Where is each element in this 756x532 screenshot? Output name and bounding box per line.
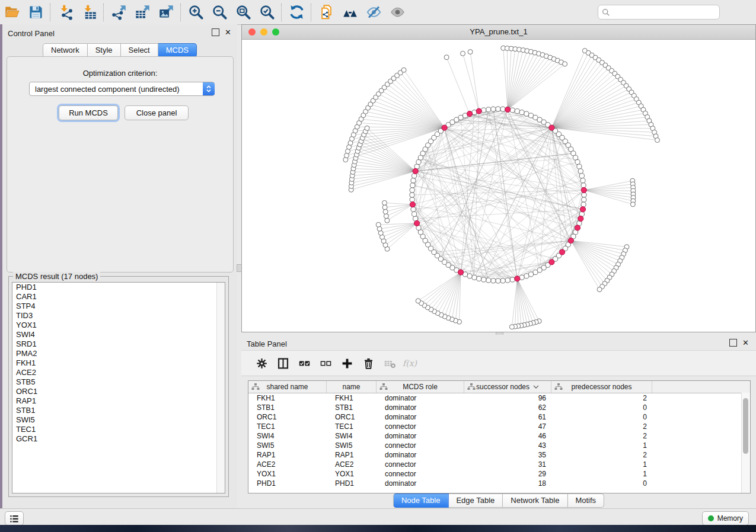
show-all-icon[interactable] <box>385 2 409 23</box>
mcds-result-item[interactable]: SRD1 <box>12 339 225 349</box>
column-header-shared-name[interactable]: shared name <box>248 381 327 393</box>
column-type-icon <box>379 383 388 390</box>
delete-table-icon <box>379 354 400 373</box>
mcds-result-list[interactable]: PHD1CAR1STP4TID3YOX1SWI4SRD1PMA2FKH1ACE2… <box>12 282 225 493</box>
table-cell: SWI4 <box>248 431 327 441</box>
table-cell: ORC1 <box>248 412 327 422</box>
table-cell: ORC1 <box>327 412 377 422</box>
table-row[interactable]: ORC1ORC1dominator610 <box>248 412 750 422</box>
table-row[interactable]: ACE2ACE2connector311 <box>248 460 750 469</box>
select-all-icon[interactable] <box>294 354 315 373</box>
table-row[interactable]: SWI4SWI4dominator462 <box>248 431 750 441</box>
tab-node-table[interactable]: Node Table <box>393 493 449 508</box>
table-row[interactable]: YOX1YOX1connector291 <box>248 469 750 479</box>
table-row[interactable]: PHD1PHD1dominator180 <box>248 479 750 488</box>
import-network-icon[interactable] <box>53 2 77 23</box>
tab-mcds[interactable]: MCDS <box>158 43 197 57</box>
mcds-result-item[interactable]: ORC1 <box>12 387 225 396</box>
export-image-icon[interactable] <box>154 2 178 23</box>
control-panel-title: Control Panel <box>8 29 55 38</box>
mcds-result-item[interactable]: TID3 <box>12 311 225 321</box>
mcds-result-item[interactable]: STB1 <box>12 406 225 415</box>
close-panel-icon[interactable]: ✕ <box>225 29 231 36</box>
network-graph[interactable] <box>242 40 755 332</box>
zoom-in-icon[interactable] <box>184 2 208 23</box>
network-window-titlebar[interactable]: YPA_prune.txt_1 <box>242 25 755 40</box>
table-cell: TEC1 <box>327 422 377 431</box>
table-cell: SWI5 <box>248 441 327 450</box>
close-panel-icon[interactable]: ✕ <box>742 339 749 346</box>
open-file-icon[interactable] <box>0 2 24 23</box>
column-header-predecessor-nodes[interactable]: predecessor nodes <box>551 381 652 393</box>
tab-style[interactable]: Style <box>88 43 121 57</box>
mcds-result-item[interactable]: GCR1 <box>12 434 225 444</box>
table-cell: 0 <box>551 479 652 488</box>
mcds-result-item[interactable]: SWI4 <box>12 330 225 339</box>
search-box[interactable] <box>598 5 720 20</box>
delete-column-icon[interactable] <box>358 354 379 373</box>
mcds-list-scrollbar[interactable] <box>216 283 225 493</box>
table-cell: 62 <box>464 403 551 412</box>
mcds-result-item[interactable]: PHD1 <box>12 283 225 292</box>
save-session-icon[interactable] <box>24 2 47 23</box>
mcds-result-item[interactable]: RAP1 <box>12 396 225 406</box>
application-window: Control Panel ✕ NetworkStyleSelectMCDS O… <box>0 0 756 526</box>
hide-selected-icon[interactable] <box>362 2 385 23</box>
mcds-tab-content: Optimization criterion: largest connecte… <box>7 56 234 273</box>
tab-network-table[interactable]: Network Table <box>503 493 567 508</box>
mcds-result-item[interactable]: SWI5 <box>12 415 225 425</box>
table-cell: 2 <box>551 431 652 441</box>
table-row[interactable]: RAP1RAP1dominator352 <box>248 450 750 460</box>
table-row[interactable]: TEC1TEC1connector472 <box>248 422 750 431</box>
search-input[interactable] <box>613 8 716 17</box>
mcds-result-item[interactable]: STB5 <box>12 377 225 387</box>
refresh-icon[interactable] <box>285 2 308 23</box>
criterion-dropdown[interactable]: largest connected component (undirected) <box>29 82 215 96</box>
sort-descending-icon <box>533 385 539 389</box>
columns-icon[interactable] <box>272 354 294 373</box>
svg-text:f(x): f(x) <box>403 358 418 367</box>
network-canvas[interactable] <box>242 40 755 332</box>
table-row[interactable]: STB1STB1dominator620 <box>248 403 750 412</box>
mcds-result-item[interactable]: TEC1 <box>12 425 225 434</box>
import-table-icon[interactable] <box>77 2 101 23</box>
deselect-all-icon[interactable] <box>315 354 336 373</box>
function-builder-icon: f(x) <box>400 354 422 373</box>
mcds-result-item[interactable]: CAR1 <box>12 292 225 302</box>
mcds-result-item[interactable]: FKH1 <box>12 358 225 368</box>
table-scrollbar-thumb[interactable] <box>743 398 748 454</box>
first-neighbors-icon[interactable] <box>338 2 362 23</box>
zoom-fit-icon[interactable] <box>231 2 255 23</box>
table-cell: connector <box>377 441 464 450</box>
search-icon <box>602 8 610 17</box>
add-column-icon[interactable] <box>336 354 358 373</box>
zoom-selected-icon[interactable] <box>255 2 279 23</box>
task-history-button[interactable] <box>5 511 24 525</box>
zoom-out-icon[interactable] <box>208 2 231 23</box>
mcds-result-item[interactable]: STP4 <box>12 302 225 311</box>
tab-edge-table[interactable]: Edge Table <box>448 493 503 508</box>
tab-select[interactable]: Select <box>121 43 158 57</box>
toolbar-separator <box>281 4 282 21</box>
table-row[interactable]: FKH1FKH1dominator962 <box>248 393 750 403</box>
tab-motifs[interactable]: Motifs <box>567 493 604 508</box>
new-network-from-selection-icon[interactable] <box>314 2 338 23</box>
column-header-name[interactable]: name <box>327 381 377 393</box>
column-header-MCDS-role[interactable]: MCDS role <box>377 381 464 393</box>
float-panel-icon[interactable] <box>729 339 737 347</box>
close-panel-button[interactable]: Close panel <box>125 105 189 120</box>
tab-network[interactable]: Network <box>43 43 88 57</box>
export-table-icon[interactable] <box>130 2 154 23</box>
table-scrollbar[interactable] <box>741 393 750 493</box>
gear-icon[interactable] <box>251 354 272 373</box>
mcds-result-item[interactable]: PMA2 <box>12 349 225 358</box>
mcds-result-item[interactable]: YOX1 <box>12 321 225 330</box>
run-mcds-button[interactable]: Run MCDS <box>59 105 118 120</box>
memory-button[interactable]: Memory <box>702 511 749 525</box>
export-network-icon[interactable] <box>107 2 130 23</box>
mcds-result-item[interactable]: ACE2 <box>12 368 225 377</box>
column-header-successor-nodes[interactable]: successor nodes <box>464 381 551 393</box>
table-cell: PHD1 <box>248 479 327 488</box>
table-row[interactable]: SWI5SWI5connector431 <box>248 441 750 450</box>
float-panel-icon[interactable] <box>212 28 219 36</box>
